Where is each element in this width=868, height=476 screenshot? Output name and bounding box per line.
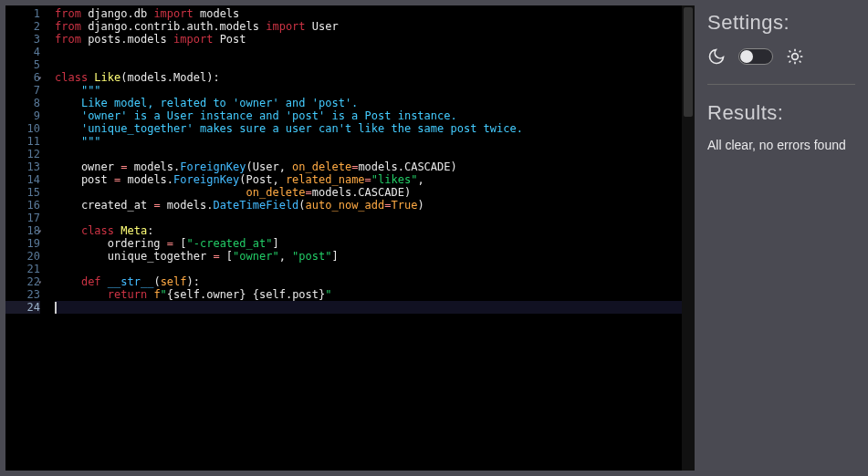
code-area[interactable]: from django.db import modelsfrom django.… — [51, 5, 682, 471]
code-line[interactable] — [55, 212, 682, 224]
code-editor-panel: 123456▾789101112131415161718▾19202122▾23… — [5, 5, 695, 471]
theme-toggle-row — [707, 47, 855, 66]
line-number: 1 — [5, 7, 40, 20]
line-number: 7 — [5, 84, 40, 97]
line-number: 13 — [5, 160, 40, 173]
line-number: 20 — [5, 250, 40, 263]
line-number: 21 — [5, 263, 40, 275]
code-line[interactable]: from posts.models import Post — [55, 33, 682, 46]
line-number: 23 — [5, 288, 40, 301]
line-number: 10 — [5, 122, 40, 135]
code-line[interactable]: class Like(models.Model): — [55, 71, 682, 84]
code-line[interactable] — [55, 301, 682, 314]
fold-marker-icon[interactable]: ▾ — [37, 225, 42, 238]
line-number: 2 — [5, 20, 40, 33]
line-number: 11 — [5, 135, 40, 148]
sidebar: Settings: Results: All clear, no errors … — [695, 0, 868, 476]
svg-line-3 — [790, 51, 791, 53]
code-line[interactable]: 'unique_together' makes sure a user can'… — [55, 122, 682, 135]
line-number: 15 — [5, 186, 40, 199]
code-line[interactable]: Like model, related to 'owner' and 'post… — [55, 97, 682, 109]
code-line[interactable]: from django.contrib.auth.models import U… — [55, 20, 682, 33]
code-line[interactable] — [55, 58, 682, 71]
line-number: 16 — [5, 199, 40, 212]
svg-line-4 — [800, 61, 801, 63]
results-heading: Results: — [707, 101, 855, 125]
results-message: All clear, no errors found — [707, 138, 855, 152]
code-line[interactable]: unique_together = ["owner", "post"] — [55, 250, 682, 263]
svg-line-8 — [800, 51, 801, 53]
divider — [707, 84, 855, 85]
code-line[interactable]: owner = models.ForeignKey(User, on_delet… — [55, 160, 682, 173]
code-line[interactable]: created_at = models.DateTimeField(auto_n… — [55, 199, 682, 212]
line-number: 18▾ — [5, 224, 40, 237]
line-number: 22▾ — [5, 275, 40, 288]
vertical-scrollbar[interactable] — [682, 5, 695, 471]
line-number: 14 — [5, 173, 40, 186]
code-line[interactable] — [55, 46, 682, 58]
code-line[interactable]: from django.db import models — [55, 7, 682, 20]
code-line[interactable]: on_delete=models.CASCADE) — [55, 186, 682, 199]
scrollbar-thumb[interactable] — [684, 7, 693, 117]
svg-line-7 — [790, 61, 791, 63]
sun-icon — [786, 47, 804, 66]
settings-heading: Settings: — [707, 11, 855, 35]
line-number: 8 — [5, 97, 40, 109]
code-line[interactable]: post = models.ForeignKey(Post, related_n… — [55, 173, 682, 186]
line-number-gutter: 123456▾789101112131415161718▾19202122▾23… — [5, 5, 51, 471]
line-number: 3 — [5, 33, 40, 46]
code-line[interactable] — [55, 263, 682, 275]
theme-toggle[interactable] — [738, 48, 773, 65]
code-line[interactable]: class Meta: — [55, 224, 682, 237]
line-number: 24 — [5, 301, 40, 314]
line-number: 19 — [5, 237, 40, 250]
fold-marker-icon[interactable]: ▾ — [37, 72, 42, 85]
line-number: 9 — [5, 109, 40, 122]
text-cursor — [55, 302, 57, 314]
line-number: 17 — [5, 212, 40, 224]
code-line[interactable] — [55, 148, 682, 160]
line-number: 5 — [5, 58, 40, 71]
code-line[interactable]: return f"{self.owner} {self.post}" — [55, 288, 682, 301]
fold-marker-icon[interactable]: ▾ — [37, 276, 42, 289]
toggle-knob — [740, 50, 753, 63]
code-line[interactable]: """ — [55, 84, 682, 97]
svg-point-0 — [792, 54, 799, 60]
line-number: 4 — [5, 46, 40, 58]
code-line[interactable]: def __str__(self): — [55, 275, 682, 288]
code-line[interactable]: 'owner' is a User instance and 'post' is… — [55, 109, 682, 122]
code-line[interactable]: """ — [55, 135, 682, 148]
code-line[interactable]: ordering = ["-created_at"] — [55, 237, 682, 250]
line-number: 6▾ — [5, 71, 40, 84]
line-number: 12 — [5, 148, 40, 160]
moon-icon — [707, 47, 726, 66]
